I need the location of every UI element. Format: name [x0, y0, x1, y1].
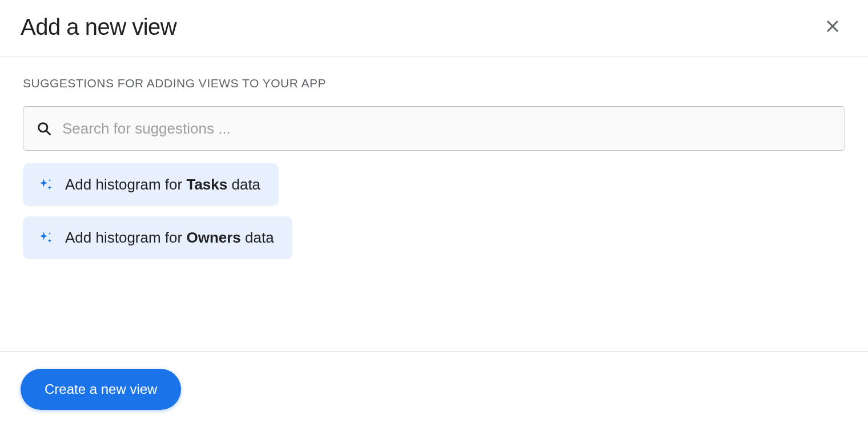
create-new-view-button[interactable]: Create a new view	[21, 369, 181, 410]
suggestion-text: Add histogram for Owners data	[65, 229, 274, 247]
close-button[interactable]	[820, 14, 845, 41]
sparkle-icon	[38, 177, 54, 193]
dialog-footer: Create a new view	[0, 351, 868, 427]
section-label: SUGGESTIONS FOR ADDING VIEWS TO YOUR APP	[23, 76, 845, 90]
suggestion-text: Add histogram for Tasks data	[65, 176, 260, 194]
dialog-header: Add a new view	[0, 0, 868, 57]
search-icon	[36, 120, 52, 136]
dialog-content: SUGGESTIONS FOR ADDING VIEWS TO YOUR APP…	[0, 57, 868, 259]
search-container[interactable]	[23, 106, 845, 151]
suggestion-list: Add histogram for Tasks data Add histogr…	[23, 163, 845, 259]
dialog-title: Add a new view	[21, 14, 176, 40]
suggestion-chip[interactable]: Add histogram for Tasks data	[23, 163, 279, 206]
close-icon	[825, 18, 841, 36]
search-input[interactable]	[62, 120, 832, 138]
sparkle-icon	[38, 230, 54, 246]
suggestion-chip[interactable]: Add histogram for Owners data	[23, 216, 292, 259]
svg-point-0	[39, 123, 47, 132]
